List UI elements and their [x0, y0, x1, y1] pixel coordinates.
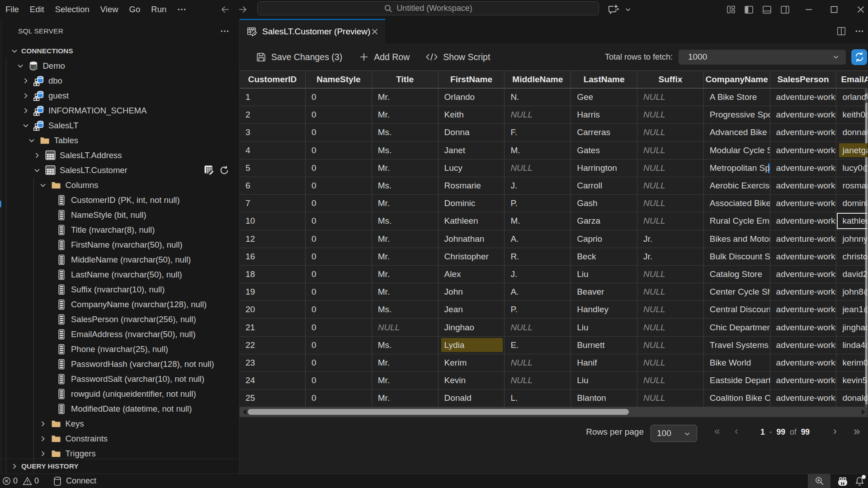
grid-cell[interactable]: 25: [240, 389, 306, 407]
tree-item-emailaddress[interactable]: EmailAddress (nvarchar(50), null): [0, 327, 239, 342]
fetch-rows-combobox[interactable]: 1000: [679, 50, 846, 65]
grid-cell[interactable]: Ms.: [372, 142, 439, 160]
tree-item-customerid[interactable]: CustomerID (PK, int, not null): [0, 192, 239, 207]
grid-cell[interactable]: 0: [306, 195, 372, 212]
grid-cell[interactable]: Jinghao: [439, 319, 505, 336]
grid-cell[interactable]: david20@adventure-works.com: [836, 266, 868, 283]
grid-cell[interactable]: Lucy: [439, 160, 505, 177]
first-page-icon[interactable]: «: [714, 425, 720, 437]
grid-cell[interactable]: 0: [306, 106, 372, 124]
show-script-button[interactable]: Show Script: [425, 52, 490, 62]
grid-cell[interactable]: 0: [306, 248, 372, 266]
window-maximize-button[interactable]: [824, 0, 844, 19]
grid-cell[interactable]: P.: [505, 195, 571, 212]
grid-cell[interactable]: NULL: [505, 106, 571, 124]
tree-item-guest[interactable]: guest: [0, 88, 239, 103]
problems-indicator[interactable]: 0 0: [2, 476, 39, 486]
grid-cell[interactable]: Johnathan: [439, 230, 505, 248]
grid-cell[interactable]: 23: [240, 354, 306, 372]
grid-cell[interactable]: 16: [240, 248, 306, 266]
grid-cell[interactable]: Harris: [571, 106, 637, 124]
grid-cell[interactable]: adventure-works\jae0: [770, 372, 837, 389]
grid-cell[interactable]: adventure-works\linda3: [770, 266, 837, 283]
command-center[interactable]: Untitled (Workspace): [257, 1, 599, 15]
grid-cell[interactable]: NULL: [505, 372, 571, 389]
grid-cell[interactable]: kathleen0@adventure-works.com: [836, 212, 868, 230]
grid-cell[interactable]: Alex: [439, 266, 505, 283]
grid-cell[interactable]: adventure-works\shu0: [770, 195, 837, 212]
grid-cell[interactable]: Jr.: [637, 230, 704, 248]
grid-cell[interactable]: Donna: [439, 124, 505, 141]
customize-layout-icon[interactable]: [726, 5, 736, 14]
grid-cell[interactable]: linda4@adventure-works.com: [836, 337, 868, 354]
grid-cell[interactable]: Mr.: [372, 372, 439, 389]
grid-cell[interactable]: A Bike Store: [704, 89, 770, 106]
grid-cell[interactable]: A.: [505, 230, 571, 248]
grid-cell[interactable]: 4: [240, 142, 306, 160]
grid-cell[interactable]: NULL: [505, 160, 571, 177]
grid-cell[interactable]: 0: [306, 301, 372, 319]
grid-cell[interactable]: Dominic: [439, 195, 505, 212]
grid-cell[interactable]: L.: [505, 389, 571, 407]
grid-cell[interactable]: 0: [306, 124, 372, 141]
grid-cell[interactable]: Gee: [571, 89, 637, 106]
grid-cell[interactable]: Ms.: [372, 124, 439, 141]
grid-col-header-customerid[interactable]: CustomerID: [240, 71, 306, 88]
grid-cell[interactable]: Mr.: [372, 106, 439, 124]
grid-cell[interactable]: Liu: [571, 266, 637, 283]
tree-item-information_schema[interactable]: INFORMATION_SCHEMA: [0, 103, 239, 118]
menu-file[interactable]: File: [0, 0, 24, 19]
grid-cell[interactable]: Rosmarie: [439, 177, 505, 195]
grid-cell[interactable]: 21: [240, 319, 306, 336]
tree-item-tables[interactable]: Tables: [0, 133, 239, 148]
grid-col-header-emailaddress[interactable]: EmailAddress: [836, 71, 868, 88]
grid-cell[interactable]: Mr.: [372, 354, 439, 372]
tree-item-passwordsalt[interactable]: PasswordSalt (varchar(10), not null): [0, 371, 239, 386]
grid-col-header-companyname[interactable]: CompanyName: [704, 71, 770, 88]
grid-cell[interactable]: Hanif: [571, 354, 637, 372]
grid-cell[interactable]: Ms.: [372, 212, 439, 230]
grid-cell[interactable]: Harrington: [571, 160, 637, 177]
sidebar-more-actions-icon[interactable]: [220, 27, 229, 36]
grid-cell[interactable]: NULL: [637, 354, 704, 372]
grid-cell[interactable]: Mr.: [372, 389, 439, 407]
grid-cell[interactable]: NULL: [505, 319, 571, 336]
grid-cell[interactable]: NULL: [637, 124, 704, 141]
grid-cell[interactable]: Burnett: [571, 337, 637, 354]
grid-cell[interactable]: Eastside Department Store: [704, 372, 770, 389]
grid-cell[interactable]: Blanton: [571, 389, 637, 407]
grid-cell[interactable]: dominic0@adventure-works.com: [836, 195, 868, 212]
grid-cell[interactable]: NULL: [637, 372, 704, 389]
grid-cell[interactable]: adventure-works\linda3: [770, 177, 837, 195]
grid-cell[interactable]: 5: [240, 160, 306, 177]
grid-cell[interactable]: adventure-works\david8: [770, 106, 837, 124]
grid-cell[interactable]: adventure-works\jae0: [770, 248, 837, 266]
grid-cell[interactable]: Ms.: [372, 177, 439, 195]
grid-cell[interactable]: Bikes and Motorbikes: [704, 230, 770, 248]
grid-col-header-firstname[interactable]: FirstName: [439, 71, 505, 88]
grid-cell[interactable]: Mr.: [372, 230, 439, 248]
grid-cell[interactable]: 3: [240, 124, 306, 141]
tab-close-icon[interactable]: [371, 28, 379, 36]
grid-cell[interactable]: F.: [505, 124, 571, 141]
grid-cell[interactable]: Mr.: [372, 283, 439, 301]
save-changes-button[interactable]: Save Changes (3): [256, 52, 342, 62]
tree-item-namestyle[interactable]: NameStyle (bit, null): [0, 207, 239, 222]
grid-cell[interactable]: 18: [240, 266, 306, 283]
tree-item-companyname[interactable]: CompanyName (nvarchar(128), null): [0, 297, 239, 312]
grid-cell[interactable]: adventure-works\garrett1: [770, 301, 837, 319]
grid-cell[interactable]: 6: [240, 177, 306, 195]
toggle-secondary-sidebar-icon[interactable]: [780, 5, 790, 14]
grid-cell[interactable]: 0: [306, 283, 372, 301]
grid-cell[interactable]: N.: [505, 89, 571, 106]
grid-cell[interactable]: Gash: [571, 195, 637, 212]
grid-cell[interactable]: adventure-works\shu0: [770, 160, 837, 177]
grid-cell[interactable]: Advanced Bike Components: [704, 124, 770, 141]
grid-cell[interactable]: Liu: [571, 372, 637, 389]
grid-cell[interactable]: 10: [240, 212, 306, 230]
copilot-status-icon[interactable]: [837, 476, 849, 486]
toggle-sidebar-icon[interactable]: [744, 5, 754, 14]
tree-item-constraints[interactable]: Constraints: [0, 431, 239, 446]
grid-cell[interactable]: NULL: [637, 389, 704, 407]
grid-cell[interactable]: P.: [505, 301, 571, 319]
